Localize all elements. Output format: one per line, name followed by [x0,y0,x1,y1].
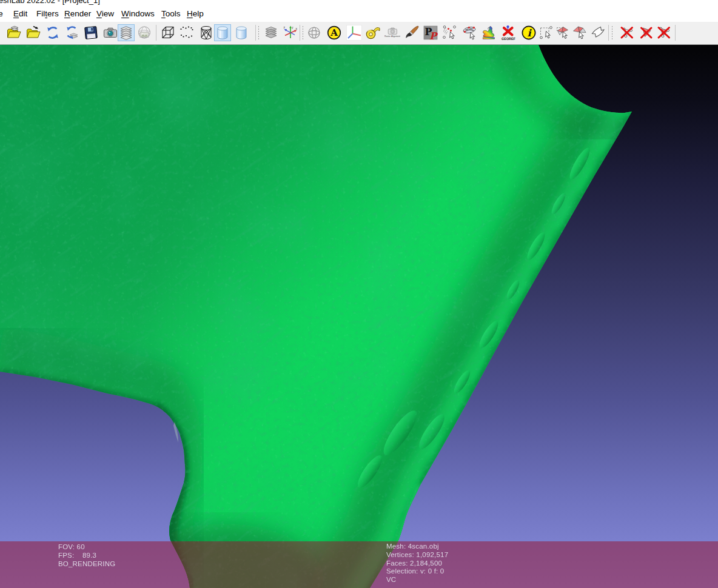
save-project-button[interactable] [82,24,99,41]
point-gluing-button[interactable] [441,24,458,41]
hud-right: Mesh: 4scan.obj Vertices: 1,092,517 Face… [386,543,448,584]
pick-points-icon: P P [423,25,438,41]
trackball-sphere-icon [306,25,322,41]
axes-star-icon: y x z [283,25,298,41]
fps-readout: FPS: 89.3 [58,552,96,559]
show-raster-button[interactable] [136,24,153,41]
raster-alignment-camera-icon: Raster Alignment [384,25,400,41]
delete-faces-vertices-button[interactable] [656,24,673,41]
draw-flat-button[interactable] [214,24,231,41]
window-title: MeshLab 2022.02 - [Project_1] [0,0,100,5]
pick-points-button[interactable]: P P [422,24,439,41]
show-layers-button[interactable] [118,24,135,41]
select-connected-icon [572,25,588,41]
open-project-icon [6,25,22,41]
flat-shading-cylinder-icon [215,25,230,41]
quality-mapper-button[interactable] [480,24,497,41]
manipulator-arrow-icon [590,25,606,41]
tape-measure-icon [365,25,381,41]
menu-file[interactable]: File [0,9,3,18]
show-layers-icon [118,25,134,41]
menu-edit[interactable]: Edit [13,9,27,18]
import-mesh-icon [25,25,41,41]
toolbar-separator [255,25,256,41]
title-bar: MeshLab 2022.02 - [Project_1] [0,0,718,7]
toolbar-drag-handle[interactable] [611,25,613,40]
align-tool-icon [462,25,478,41]
measure-tool-button[interactable] [364,24,381,41]
delete-selected-faces-icon [639,25,654,41]
reload-all-button[interactable] [44,24,61,41]
georef-icon: GEOREF [501,25,517,41]
paint-tool-button[interactable] [403,24,420,41]
menu-render[interactable]: Render [64,9,91,18]
show-axes-button[interactable]: y x z [282,24,299,41]
svg-text:Raster Alignment: Raster Alignment [384,35,400,38]
toolbar-separator [156,25,156,41]
svg-text:GEOREF: GEOREF [502,37,515,41]
layers-list-button[interactable] [263,24,280,41]
svg-text:y: y [292,25,294,29]
snapshot-button[interactable] [102,24,119,41]
georeference-button[interactable]: GEOREF [500,24,517,41]
select-vertices-button[interactable] [538,24,555,41]
info-icon: i [521,25,537,41]
save-icon [83,25,99,41]
delete-faces-button[interactable] [638,24,655,41]
meshlab-window: MeshLab 2022.02 - [Project_1] File Edit … [0,0,718,588]
draw-wireframe-button[interactable] [198,24,215,41]
reload-mesh-icon [64,25,80,41]
status-overlay: FOV: 60 FPS: 89.3 BO_RENDERING Mesh: 4sc… [0,541,718,588]
ambient-occlusion-icon: A [326,25,342,41]
toolbar-drag-handle[interactable] [258,25,260,40]
reload-mesh-button[interactable] [64,24,81,41]
mesh-name-readout: Mesh: 4scan.obj [386,543,439,550]
points-icon [179,25,195,41]
vertices-readout: Vertices: 1,092,517 [386,551,448,558]
bounding-box-icon [160,25,176,41]
mesh-info-button[interactable]: i [520,24,537,41]
orientation-axes-button[interactable] [346,24,363,41]
toolbar-separator [300,25,300,41]
open-project-button[interactable] [5,24,22,41]
menu-help[interactable]: Help [187,9,204,18]
draw-points-button[interactable] [178,24,195,41]
hud-left: FOV: 60 FPS: 89.3 BO_RENDERING [58,543,115,568]
reload-all-icon [45,25,61,41]
rainbow-bunny-icon [481,25,497,41]
raster-alignment-button[interactable]: Raster Alignment [384,24,401,41]
toolbar-drag-handle[interactable] [302,25,304,40]
import-mesh-button[interactable] [25,24,42,41]
menu-view[interactable]: View [96,9,114,18]
align-tool-button[interactable] [461,24,478,41]
ambient-occlusion-button[interactable]: A [326,24,343,41]
select-connected-button[interactable] [571,24,588,41]
select-vertices-icon [539,25,555,41]
svg-text:z: z [284,25,286,29]
menu-windows[interactable]: Windows [121,9,155,18]
layers-stack-icon [263,25,279,41]
vc-readout: VC [386,576,396,583]
menu-tools[interactable]: Tools [161,9,181,18]
toolbar-separator [675,25,676,41]
delete-vertices-button[interactable] [619,24,636,41]
menu-bar: File Edit Filters Render View Windows To… [0,7,718,22]
trackball-button[interactable] [306,24,323,41]
manipulator-button[interactable] [589,24,606,41]
fov-readout: FOV: 60 [58,543,85,550]
faces-readout: Faces: 2,184,500 [386,560,442,567]
toolbar-separator [608,25,609,41]
select-faces-button[interactable] [555,24,572,41]
snapshot-camera-icon [102,25,118,41]
draw-bbox-button[interactable] [159,24,176,41]
menu-filters[interactable]: Filters [36,9,59,18]
viewport-3d[interactable]: FOV: 60 FPS: 89.3 BO_RENDERING Mesh: 4sc… [0,45,718,588]
wireframe-cylinder-icon [198,25,214,41]
raster-sphere-icon [136,25,152,41]
render-mode-readout: BO_RENDERING [58,560,115,567]
svg-text:A: A [330,27,338,38]
smooth-shading-cylinder-icon [233,25,249,41]
paintbrush-icon [404,25,420,41]
draw-smooth-button[interactable] [233,24,250,41]
selection-readout: Selection: v: 0 f: 0 [386,567,444,575]
